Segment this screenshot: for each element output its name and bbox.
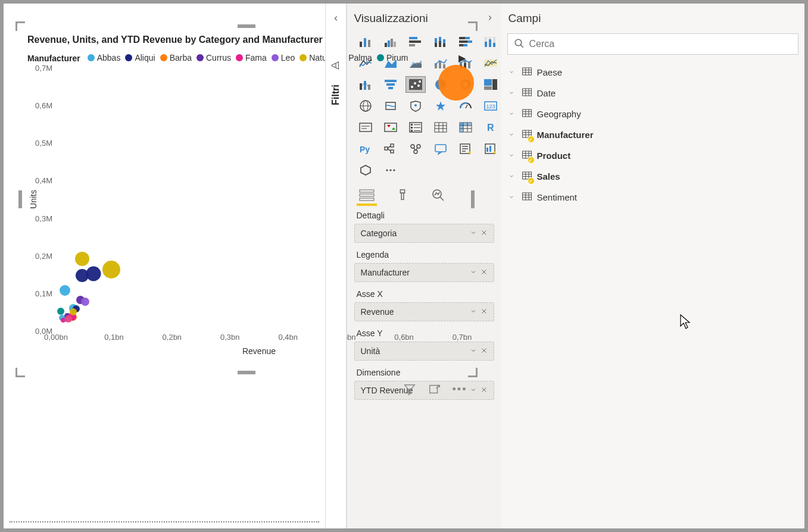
tab-analytics[interactable]	[428, 187, 448, 204]
selection-handle-ml[interactable]	[18, 190, 22, 208]
report-canvas[interactable]: Revenue, Units, and YTD Revenue by Categ…	[4, 4, 325, 528]
remove-field-icon[interactable]	[481, 346, 488, 356]
chevron-down-icon[interactable]	[508, 193, 517, 202]
data-point[interactable]	[438, 65, 474, 101]
bookmark-icon[interactable]	[330, 60, 341, 73]
chevron-down-icon[interactable]	[508, 68, 517, 77]
legend: Manufacturer AbbasAliquiBarbaCurrusFamaL…	[27, 52, 466, 64]
filters-label[interactable]: Filtri	[330, 85, 341, 105]
svg-rect-123	[401, 193, 404, 199]
visualizations-collapse-icon[interactable]	[486, 12, 494, 25]
legend-item[interactable]: Aliqui	[125, 53, 155, 62]
app-frame: Revenue, Units, and YTD Revenue by Categ…	[0, 0, 808, 532]
selection-handle-br[interactable]	[468, 368, 478, 377]
viz-type-button[interactable]: 123	[481, 98, 501, 114]
table-node[interactable]: ✓ Product	[506, 145, 800, 166]
data-point[interactable]	[57, 308, 64, 315]
viz-type-button[interactable]	[481, 76, 501, 93]
remove-field-icon[interactable]	[481, 268, 488, 277]
svg-rect-148	[522, 109, 531, 117]
viz-type-button[interactable]	[481, 33, 501, 50]
table-node[interactable]: Paese	[506, 62, 800, 83]
y-tick: 0,7M	[21, 64, 52, 73]
legend-title: Manufacturer	[27, 54, 80, 63]
legend-item[interactable]: Fama	[236, 53, 267, 62]
data-point[interactable]	[70, 308, 77, 315]
chevron-down-icon[interactable]	[508, 131, 517, 139]
remove-field-icon[interactable]	[481, 386, 488, 395]
legend-item[interactable]: Leo	[272, 53, 295, 62]
table-node[interactable]: Sentiment	[506, 187, 800, 208]
svg-text:R: R	[487, 123, 494, 133]
y-tick: 0,6M	[21, 101, 52, 110]
data-point[interactable]	[102, 261, 120, 278]
fields-tree: Paese Date Geography ✓ Manufacturer ✓ Pr…	[501, 58, 805, 211]
data-point[interactable]	[60, 285, 70, 296]
data-point[interactable]	[65, 315, 72, 323]
legend-dot	[236, 54, 243, 61]
checked-badge-icon: ✓	[528, 136, 535, 143]
y-tick: 0,2M	[21, 251, 52, 260]
selection-handle-tr[interactable]	[468, 21, 478, 31]
selection-handle-mr[interactable]	[471, 190, 475, 208]
data-point[interactable]	[81, 298, 89, 306]
legend-label: Fama	[245, 53, 267, 62]
search-input[interactable]	[529, 39, 793, 49]
selection-handle-bl[interactable]	[15, 368, 25, 377]
focus-mode-icon[interactable]	[428, 382, 442, 396]
table-node[interactable]: Date	[506, 83, 800, 104]
tab-fields[interactable]	[357, 187, 377, 204]
x-tick: 0,00bn	[44, 333, 68, 342]
filter-icon[interactable]	[403, 382, 417, 396]
legend-item[interactable]: Pirum	[377, 53, 408, 62]
data-point[interactable]	[75, 252, 89, 266]
chevron-down-icon[interactable]	[470, 386, 477, 395]
svg-rect-121	[360, 198, 374, 201]
legend-dot	[88, 54, 95, 61]
legend-label: Aliqui	[135, 53, 155, 62]
x-tick: 0,2bn	[163, 333, 182, 342]
table-icon: ✓	[522, 129, 532, 140]
svg-text:123: 123	[486, 104, 495, 109]
svg-line-125	[440, 197, 444, 201]
canvas-page-boundary	[10, 521, 319, 522]
legend-item[interactable]: Currus	[196, 53, 231, 62]
chevron-down-icon[interactable]	[508, 110, 517, 118]
svg-rect-1	[430, 386, 438, 393]
data-point[interactable]	[86, 267, 101, 281]
y-tick: 0,1M	[21, 289, 52, 298]
selection-handle-tl[interactable]	[15, 21, 25, 31]
legend-item[interactable]: Abbas	[88, 53, 121, 62]
chevron-down-icon[interactable]	[508, 89, 517, 98]
filters-expand-icon[interactable]	[332, 14, 340, 24]
table-name: Manufacturer	[537, 130, 594, 140]
fields-title: Campi	[508, 12, 541, 25]
selection-handle-mt[interactable]	[238, 24, 255, 28]
viz-type-button[interactable]	[481, 140, 501, 157]
svg-rect-26	[485, 42, 487, 47]
table-name: Geography	[537, 109, 581, 119]
selection-handle-mb[interactable]	[238, 371, 255, 374]
svg-line-137	[520, 45, 523, 48]
tab-format[interactable]	[392, 187, 413, 204]
checked-badge-icon: ✓	[528, 157, 535, 164]
table-node[interactable]: ✓ Sales	[506, 166, 800, 187]
remove-field-icon[interactable]	[481, 229, 488, 238]
legend-item[interactable]: Barba	[160, 53, 192, 62]
fields-pane: Campi Paese Date Geography ✓ Manufacture…	[501, 4, 805, 528]
chevron-down-icon[interactable]	[508, 152, 517, 160]
legend-more-icon[interactable]: ▶	[458, 52, 466, 64]
viz-type-button[interactable]: R	[481, 119, 501, 136]
legend-dot	[196, 54, 204, 61]
legend-dot	[160, 54, 167, 61]
legend-dot	[300, 54, 307, 61]
fields-search[interactable]	[507, 33, 799, 55]
more-options-icon[interactable]: •••	[453, 382, 467, 396]
viz-type-button[interactable]	[481, 55, 501, 71]
table-icon	[522, 67, 532, 78]
remove-field-icon[interactable]	[481, 307, 488, 317]
table-node[interactable]: ✓ Manufacturer	[506, 124, 800, 145]
table-node[interactable]: Geography	[506, 104, 800, 124]
chevron-down-icon[interactable]	[508, 173, 517, 181]
table-icon: ✓	[522, 171, 532, 182]
